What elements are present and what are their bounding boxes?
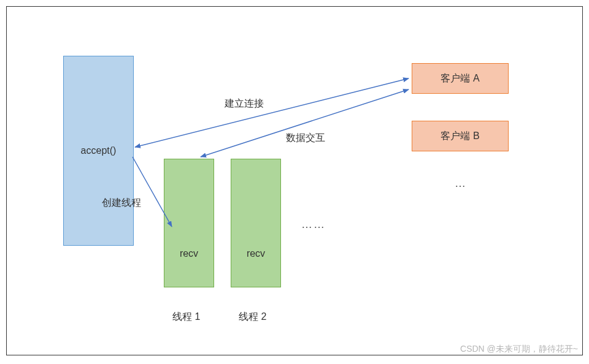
create-thread-label: 创建线程 [102,197,141,210]
thread-2-label: 线程 2 [239,311,266,324]
client-a-box: 客户端 A [412,63,509,94]
thread-2-recv-label: recv [247,248,265,259]
watermark: CSDN @未来可期，静待花开~ [460,344,578,355]
thread-1-label: 线程 1 [172,311,200,324]
client-b-label: 客户端 B [441,130,479,143]
threads-ellipsis: …… [301,218,326,231]
accept-box: accept() [63,56,134,246]
interact-label: 数据交互 [286,132,325,145]
connect-label: 建立连接 [225,97,264,110]
thread-1-box: recv [164,159,214,287]
client-a-label: 客户端 A [441,72,479,85]
thread-2-box: recv [231,159,281,287]
accept-label: accept() [81,145,117,156]
clients-ellipsis: … [455,177,467,190]
thread-1-recv-label: recv [180,248,198,259]
diagram-frame: accept() recv recv 客户端 A 客户端 B 建立连接 数据交互… [6,6,583,355]
client-b-box: 客户端 B [412,121,509,151]
